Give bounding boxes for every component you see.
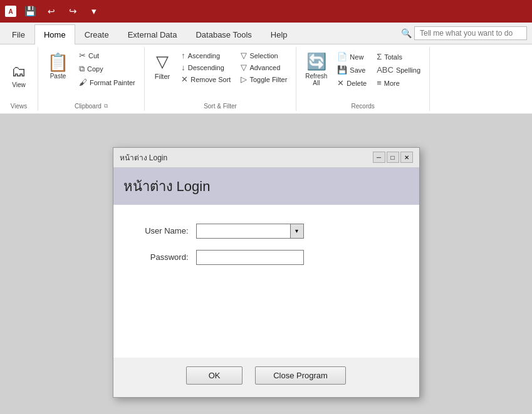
search-icon: 🔍 — [401, 28, 412, 38]
refresh-label: Refresh All — [305, 73, 327, 86]
tab-help[interactable]: Help — [261, 24, 297, 44]
ok-button[interactable]: OK — [186, 366, 243, 385]
tab-file[interactable]: File — [3, 24, 34, 44]
copy-label: Copy — [87, 65, 103, 73]
tab-external-data[interactable]: External Data — [118, 24, 187, 44]
sort-ascending-descending: ↑ Ascending ↓ Descending ✕ Remove Sort — [177, 49, 234, 85]
format-painter-button[interactable]: 🖌 Format Painter — [75, 76, 139, 88]
records-group-label: Records — [301, 101, 424, 111]
more-icon: ≡ — [377, 78, 382, 88]
clipboard-items: 📋 Paste ✂ Cut ⧉ Copy 🖌 Format Painter — [43, 49, 139, 101]
advanced-icon: ▽ — [241, 63, 247, 72]
dialog-close-button[interactable]: ✕ — [400, 152, 413, 163]
main-content: หน้าต่าง Login ─ □ ✕ หน้าต่าง Login User… — [0, 114, 532, 414]
format-painter-label: Format Painter — [90, 79, 135, 86]
tab-create[interactable]: Create — [75, 24, 118, 44]
more-label: More — [384, 80, 400, 87]
save-record-icon: 💾 — [337, 65, 347, 75]
dialog-body: User Name: ▾ Password: — [113, 205, 419, 358]
ribbon-group-clipboard: 📋 Paste ✂ Cut ⧉ Copy 🖌 Format Painter — [38, 47, 145, 111]
selection-icon: ▽ — [241, 51, 247, 60]
views-items: 🗂 View — [5, 49, 33, 101]
dialog-footer: OK Close Program — [113, 358, 419, 397]
sort-filter-group-label: Sort & Filter — [150, 101, 291, 111]
quick-access-dropdown[interactable]: ▾ — [85, 3, 103, 19]
remove-sort-button[interactable]: ✕ Remove Sort — [177, 73, 234, 85]
ribbon-group-records: 🔄 Refresh All 📄 New 💾 Save ✕ Delete — [296, 47, 430, 111]
username-label: User Name: — [126, 226, 189, 235]
filter-icon: ▽ — [156, 52, 169, 71]
copy-icon: ⧉ — [79, 64, 85, 74]
paste-button[interactable]: 📋 Paste — [43, 49, 73, 82]
ascending-label: Ascending — [188, 52, 220, 60]
view-label: View — [12, 81, 26, 88]
advanced-button[interactable]: ▽ Advanced — [237, 61, 291, 73]
sort-filter-items: ▽ Filter ↑ Ascending ↓ Descending ✕ Remo… — [150, 49, 291, 101]
totals-button[interactable]: Σ Totals — [373, 51, 424, 63]
username-dropdown-button[interactable]: ▾ — [290, 224, 304, 239]
save-record-button[interactable]: 💾 Save — [333, 64, 370, 76]
descending-button[interactable]: ↓ Descending — [177, 61, 234, 73]
selection-button[interactable]: ▽ Selection — [237, 49, 291, 61]
search-input[interactable] — [414, 26, 527, 40]
descending-icon: ↓ — [181, 63, 185, 72]
copy-button[interactable]: ⧉ Copy — [75, 63, 139, 75]
format-painter-icon: 🖌 — [79, 78, 87, 87]
paste-icon: 📋 — [47, 52, 69, 73]
ribbon-tabs: File Home Create External Data Database … — [0, 23, 532, 44]
ascending-icon: ↑ — [181, 51, 185, 60]
new-record-button[interactable]: 📄 New — [333, 51, 370, 63]
title-bar-actions: 💾 ↩ ↪ ▾ — [21, 3, 103, 19]
app-icon: A — [5, 6, 16, 17]
clipboard-right-items: ✂ Cut ⧉ Copy 🖌 Format Painter — [75, 49, 139, 88]
username-combo: ▾ — [196, 224, 304, 239]
records-right-items: 📄 New 💾 Save ✕ Delete — [333, 49, 370, 89]
ascending-button[interactable]: ↑ Ascending — [177, 49, 234, 61]
filter-options-col: ▽ Selection ▽ Advanced ▷ Toggle Filter — [237, 49, 291, 85]
undo-button[interactable]: ↩ — [43, 3, 60, 19]
dialog-header-title: หน้าต่าง Login — [123, 175, 409, 197]
dropdown-icon: ▾ — [91, 6, 96, 17]
toggle-filter-label: Toggle Filter — [249, 76, 287, 83]
ribbon-search-area: 🔍 — [396, 23, 532, 44]
totals-label: Totals — [384, 53, 402, 61]
ribbon: File Home Create External Data Database … — [0, 23, 532, 114]
dialog-minimize-button[interactable]: ─ — [373, 152, 385, 163]
spelling-button[interactable]: ABC Spelling — [373, 64, 424, 76]
spelling-label: Spelling — [396, 66, 420, 74]
new-label: New — [350, 53, 363, 61]
save-button[interactable]: 💾 — [21, 3, 39, 19]
spelling-icon: ABC — [377, 65, 394, 75]
ribbon-content: 🗂 View Views 📋 Paste ✂ Cut — [0, 44, 532, 113]
close-program-button[interactable]: Close Program — [255, 366, 346, 385]
tab-database-tools[interactable]: Database Tools — [186, 24, 261, 44]
save-icon: 💾 — [24, 6, 36, 17]
dialog-maximize-button[interactable]: □ — [387, 152, 399, 163]
redo-icon: ↪ — [69, 6, 77, 17]
tab-home[interactable]: Home — [34, 24, 75, 44]
refresh-button[interactable]: 🔄 Refresh All — [301, 49, 331, 89]
toggle-filter-button[interactable]: ▷ Toggle Filter — [237, 73, 291, 85]
username-input[interactable] — [196, 224, 290, 239]
views-group-label: Views — [5, 101, 33, 111]
dialog-title-bar: หน้าต่าง Login ─ □ ✕ — [113, 148, 419, 168]
dialog-title-buttons: ─ □ ✕ — [373, 152, 413, 163]
delete-button[interactable]: ✕ Delete — [333, 77, 370, 89]
dialog-header: หน้าต่าง Login — [113, 168, 419, 205]
filter-button[interactable]: ▽ Filter — [150, 49, 175, 83]
view-button[interactable]: 🗂 View — [5, 60, 33, 91]
password-input[interactable] — [196, 250, 304, 265]
cut-button[interactable]: ✂ Cut — [75, 49, 139, 61]
save-record-label: Save — [350, 66, 365, 74]
redo-button[interactable]: ↪ — [64, 3, 81, 19]
clipboard-expander[interactable]: ⧉ — [104, 103, 108, 110]
dialog-overlay: หน้าต่าง Login ─ □ ✕ หน้าต่าง Login User… — [0, 114, 532, 414]
records-items: 🔄 Refresh All 📄 New 💾 Save ✕ Delete — [301, 49, 424, 101]
remove-sort-label: Remove Sort — [190, 76, 231, 83]
delete-label: Delete — [347, 80, 367, 87]
more-button[interactable]: ≡ More — [373, 77, 424, 89]
advanced-label: Advanced — [249, 64, 280, 71]
records-right-items2: Σ Totals ABC Spelling ≡ More — [373, 49, 424, 89]
filter-label: Filter — [155, 73, 170, 80]
delete-icon: ✕ — [337, 78, 344, 88]
